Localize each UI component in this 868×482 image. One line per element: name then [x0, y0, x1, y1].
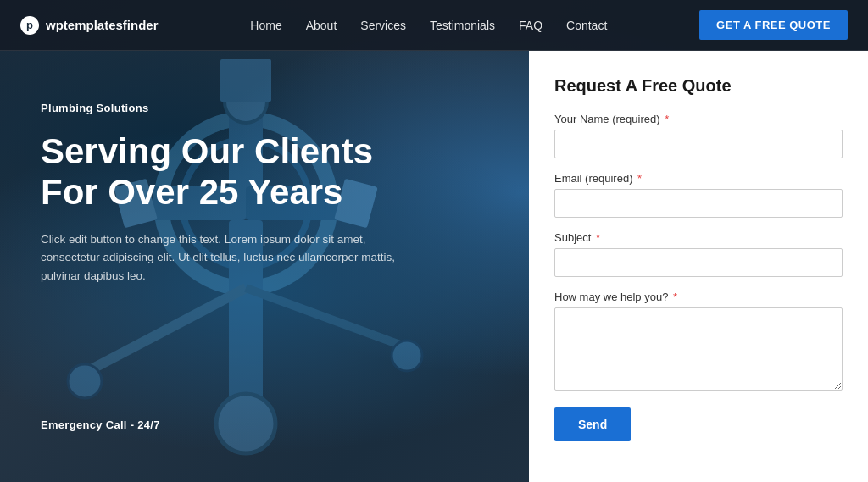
subject-field-group: Subject * — [554, 231, 843, 277]
name-input[interactable] — [554, 130, 843, 158]
nav-links: Home About Services Testimonials FAQ Con… — [250, 18, 607, 33]
emergency-call: Emergency Call - 24/7 — [41, 418, 488, 431]
get-quote-button[interactable]: GET A FREE QUOTE — [699, 10, 848, 40]
nav-testimonials[interactable]: Testimonials — [430, 19, 495, 32]
hero-title-line1: Serving Our Clients — [41, 131, 373, 171]
subject-label: Subject * — [554, 231, 843, 244]
plumbing-label: Plumbing Solutions — [41, 102, 488, 114]
nav-home[interactable]: Home — [250, 19, 281, 32]
name-field-group: Your Name (required) * — [554, 113, 843, 158]
email-required-mark: * — [637, 172, 642, 185]
brand-icon-letter: p — [26, 19, 33, 31]
brand-name: wptemplatesfinder — [46, 18, 159, 32]
nav-services[interactable]: Services — [360, 19, 406, 32]
email-label: Email (required) * — [554, 172, 843, 185]
subject-input[interactable] — [554, 248, 843, 277]
submit-button[interactable]: Send — [554, 407, 631, 441]
name-required-mark: * — [665, 113, 669, 125]
form-title: Request A Free Quote — [554, 76, 843, 96]
hero-description: Click edit button to change this text. L… — [41, 230, 397, 285]
nav-contact[interactable]: Contact — [566, 19, 607, 32]
nav-faq[interactable]: FAQ — [519, 19, 542, 32]
message-textarea[interactable] — [554, 307, 843, 391]
brand-icon: p — [20, 16, 39, 35]
hero-left: Plumbing Solutions Serving Our Clients F… — [0, 51, 529, 482]
emergency-text: Emergency Call - 24/7 — [41, 418, 488, 431]
hero-content: Plumbing Solutions Serving Our Clients F… — [41, 102, 488, 285]
quote-form-panel: Request A Free Quote Your Name (required… — [529, 51, 868, 482]
email-input[interactable] — [554, 189, 843, 218]
hero-title-line2: For Over 25 Years — [41, 172, 342, 212]
subject-required-mark: * — [596, 231, 600, 244]
hero-title: Serving Our Clients For Over 25 Years — [41, 131, 488, 213]
message-label: How may we help you? * — [554, 291, 843, 303]
message-required-mark: * — [673, 291, 677, 303]
navbar: p wptemplatesfinder Home About Services … — [0, 0, 868, 51]
brand-logo[interactable]: p wptemplatesfinder — [20, 16, 159, 35]
message-field-group: How may we help you? * — [554, 291, 843, 391]
nav-about[interactable]: About — [306, 19, 337, 32]
email-field-group: Email (required) * — [554, 172, 843, 218]
hero-section: Plumbing Solutions Serving Our Clients F… — [0, 51, 868, 482]
name-label: Your Name (required) * — [554, 113, 843, 125]
